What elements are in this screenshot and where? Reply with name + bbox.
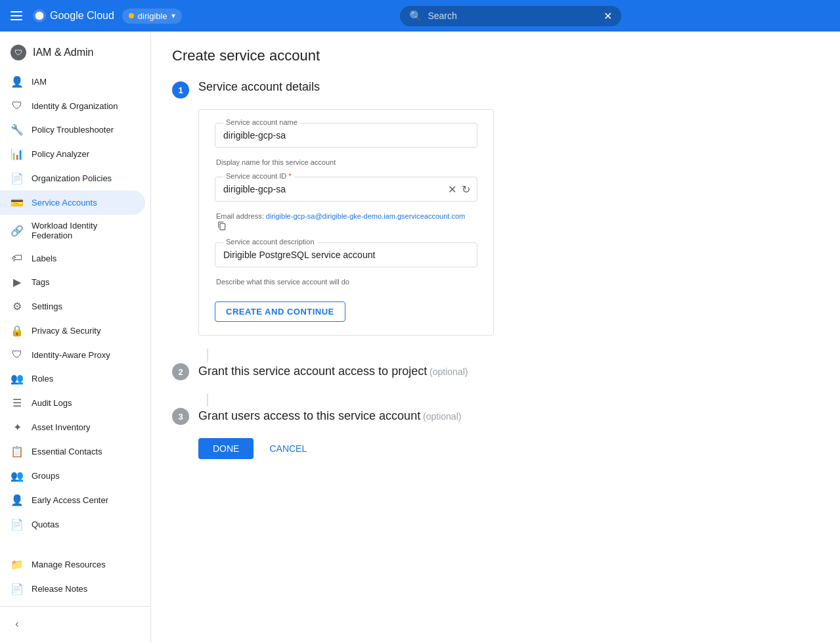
id-input-wrapper: Service account ID * ✕ ↻ (215, 177, 477, 202)
sidebar-item-groups[interactable]: 👥 Groups (0, 464, 145, 488)
action-buttons: DONE CANCEL (198, 438, 819, 459)
groups-icon: 👥 (11, 470, 24, 482)
sidebar-item-label: Privacy & Security (32, 326, 100, 336)
sidebar-item-policy-analyzer[interactable]: 📊 Policy Analyzer (0, 142, 145, 166)
sidebar-item-label: Release Notes (32, 584, 87, 594)
sidebar-item-release-notes[interactable]: 📄 Release Notes (0, 577, 145, 601)
sidebar-item-label: Audit Logs (32, 398, 72, 408)
iam-icon: 👤 (11, 76, 24, 88)
copy-email-button[interactable] (216, 220, 228, 232)
copy-icon (217, 221, 227, 231)
step-2-title-area: Grant this service account access to pro… (198, 365, 468, 378)
sidebar-item-manage-resources[interactable]: 📁 Manage Resources (0, 552, 145, 577)
sidebar-item-label: Essential Contacts (32, 447, 102, 456)
search-input[interactable]: iam (428, 11, 598, 21)
tags-icon: ▶ (11, 276, 24, 288)
sidebar-item-identity-aware-proxy[interactable]: 🛡 Identity-Aware Proxy (0, 343, 145, 366)
project-selector[interactable]: dirigible ▾ (122, 9, 182, 24)
sidebar-bottom: 📁 Manage Resources 📄 Release Notes ‹ (0, 547, 150, 641)
email-address-link[interactable]: dirigible-gcp-sa@dirigible-gke-demo.iam.… (266, 212, 465, 220)
identity-aware-proxy-icon: 🛡 (11, 349, 24, 361)
email-address-text: Email address: dirigible-gcp-sa@dirigibl… (215, 212, 477, 232)
step-2-section: 2 Grant this service account access to p… (172, 362, 819, 380)
page-title: Create service account (172, 47, 819, 64)
sidebar-item-audit-logs[interactable]: ☰ Audit Logs (0, 391, 145, 415)
sidebar-item-settings[interactable]: ⚙ Settings (0, 294, 145, 319)
policy-troubleshooter-icon: 🔧 (11, 123, 24, 136)
release-notes-icon: 📄 (11, 583, 24, 595)
name-input-wrapper: Service account name (215, 123, 477, 148)
iam-admin-icon: 🛡 (11, 45, 26, 60)
sidebar-item-roles[interactable]: 👥 Roles (0, 366, 145, 391)
step-2-subtitle: (optional) (430, 366, 468, 377)
step-1-number: 1 (172, 81, 189, 99)
sidebar-item-label: Organization Policies (32, 173, 112, 183)
desc-field-label: Service account description (223, 238, 317, 246)
sidebar-item-labels[interactable]: 🏷 Labels (0, 246, 145, 270)
sidebar-item-label: Identity-Aware Proxy (32, 350, 110, 360)
id-refresh-button[interactable]: ↻ (460, 182, 472, 197)
sidebar-item-label: Quotas (32, 520, 59, 529)
sidebar-divider-2 (0, 606, 150, 607)
sidebar-item-essential-contacts[interactable]: 📋 Essential Contacts (0, 439, 145, 464)
search-close-icon[interactable]: ✕ (604, 10, 612, 22)
top-header: Google Cloud dirigible ▾ 🔍 iam ✕ (0, 0, 840, 32)
sidebar-item-label: Workload Identity Federation (32, 221, 135, 240)
service-account-name-field: Service account name Display name for th… (215, 123, 477, 166)
service-account-name-input[interactable] (215, 123, 477, 147)
sidebar-item-label: Identity & Organization (32, 101, 118, 111)
done-button[interactable]: DONE (198, 438, 254, 459)
service-account-desc-field: Service account description Describe wha… (215, 242, 477, 286)
step-3-header: 3 Grant users access to this service acc… (172, 407, 819, 425)
step-connector-2 (207, 393, 208, 407)
sidebar: 🛡 IAM & Admin 👤 IAM 🛡 Identity & Organiz… (0, 32, 151, 643)
sidebar-item-label: Policy Analyzer (32, 149, 89, 159)
step-connector-1 (207, 349, 208, 362)
collapse-icon: ‹ (11, 618, 24, 630)
main-content: Create service account 1 Service account… (151, 32, 840, 643)
step-2-title: Grant this service account access to pro… (198, 365, 427, 378)
create-and-continue-button[interactable]: CREATE AND CONTINUE (215, 301, 345, 322)
id-field-label: Service account ID * (223, 172, 294, 180)
service-account-desc-input[interactable] (215, 243, 477, 267)
sidebar-item-policy-troubleshooter[interactable]: 🔧 Policy Troubleshooter (0, 118, 145, 142)
step-3-title: Grant users access to this service accou… (198, 409, 420, 422)
id-clear-button[interactable]: ✕ (447, 182, 458, 197)
sidebar-item-org-policies[interactable]: 📄 Organization Policies (0, 166, 145, 190)
id-input-actions: ✕ ↻ (447, 182, 477, 197)
main-layout: 🛡 IAM & Admin 👤 IAM 🛡 Identity & Organiz… (0, 32, 840, 643)
asset-inventory-icon: ✦ (11, 421, 24, 433)
sidebar-item-label: Tags (32, 277, 49, 287)
step-1-header: 1 Service account details (172, 80, 819, 99)
search-bar: 🔍 iam ✕ (400, 6, 621, 26)
sidebar-item-service-accounts[interactable]: 💳 Service Accounts (0, 190, 145, 215)
quotas-icon: 📄 (11, 518, 24, 531)
sidebar-item-identity-org[interactable]: 🛡 Identity & Organization (0, 94, 145, 118)
project-dot (129, 13, 134, 18)
sidebar-item-label: Policy Troubleshooter (32, 125, 114, 135)
desc-helper-text: Describe what this service account will … (215, 278, 477, 286)
cancel-button[interactable]: CANCEL (264, 438, 312, 459)
sidebar-item-early-access[interactable]: 👤 Early Access Center (0, 488, 145, 512)
manage-resources-icon: 📁 (11, 558, 24, 571)
sidebar-item-collapse[interactable]: ‹ (0, 612, 145, 636)
sidebar-item-label: Service Accounts (32, 198, 97, 208)
sidebar-item-iam[interactable]: 👤 IAM (0, 70, 145, 94)
service-account-id-input[interactable] (215, 177, 447, 201)
menu-button[interactable] (8, 9, 25, 23)
roles-icon: 👥 (11, 372, 24, 385)
sidebar-item-quotas[interactable]: 📄 Quotas (0, 512, 145, 537)
sidebar-item-asset-inventory[interactable]: ✦ Asset Inventory (0, 415, 145, 439)
sidebar-item-label: Settings (32, 301, 62, 311)
google-cloud-logo (33, 9, 46, 22)
sidebar-item-label: Asset Inventory (32, 422, 91, 432)
sidebar-item-workload-identity[interactable]: 🔗 Workload Identity Federation (0, 215, 145, 246)
sidebar-item-tags[interactable]: ▶ Tags (0, 270, 145, 294)
logo-area: Google Cloud (33, 9, 114, 22)
settings-icon: ⚙ (11, 300, 24, 313)
policy-analyzer-icon: 📊 (11, 148, 24, 160)
step-3-section: 3 Grant users access to this service acc… (172, 407, 819, 425)
project-dropdown-icon: ▾ (171, 11, 175, 20)
sidebar-title: IAM & Admin (33, 47, 93, 58)
sidebar-item-privacy-security[interactable]: 🔒 Privacy & Security (0, 319, 145, 343)
